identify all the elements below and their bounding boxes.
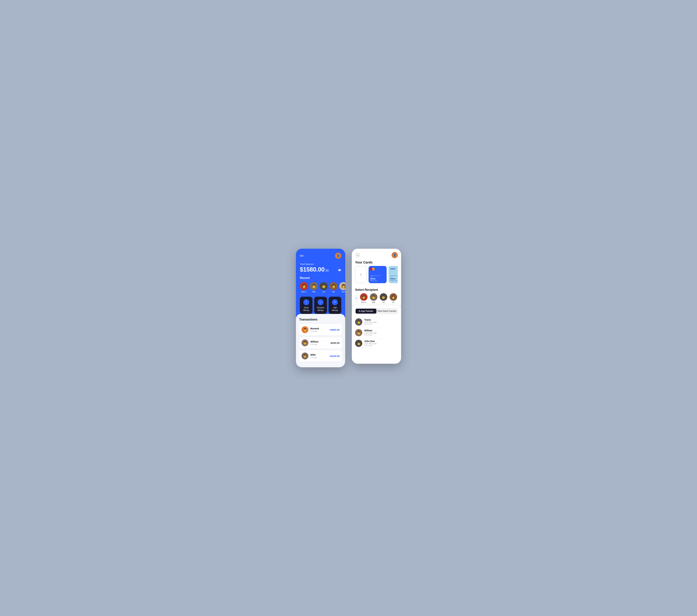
contact-date-william: 04/11/2020 [364,334,395,336]
recent-name-olive: Olive [342,291,345,293]
tab-in-app-transfer[interactable]: In App Transfer [356,309,376,314]
tx-name-wills: Wills [310,354,327,356]
card-number-text-2: 7860 **** **** ** [390,275,398,277]
cards-row: + 7860 **** **** ** Oliva Debit card [355,266,398,286]
contact-name-william: William [364,329,395,332]
tx-avatar-wills: 👨 [301,352,308,359]
recent-contact-joe[interactable]: 👨 Joe [320,282,328,293]
balance-main: $1580.00 [300,266,325,273]
contact-avatar-william: 👨 [355,329,362,336]
transaction-wills[interactable]: 👨 Wills 4 hr ago +$240.00 [299,350,342,362]
left-screen: 👤 Total Balance $1580.00.50 👁 Recent 👩 M… [296,249,345,367]
contact-avatar-johndoe: 👨 [355,340,362,347]
recipient-avatar-kiie: 👩 [389,293,397,301]
recipient-joe[interactable]: 👨 Joe [380,293,387,303]
recent-name-wills: Wills [312,291,315,293]
left-header: 👤 [300,253,341,259]
tx-amount-muneeb: +$600.00 [329,328,340,331]
tx-time-wills: 4 hr ago [310,357,327,358]
send-money-button[interactable]: ↑ SendMoney [300,297,312,314]
tx-info-william: William 4 hr ago [310,340,328,345]
transaction-muneeb[interactable]: 👨 Muneeb 2 hr ago +$600.00 [299,324,342,335]
transaction-william[interactable]: 👨 William 4 hr ago -$200.00 [299,337,342,349]
receive-money-icon: ↓ [317,299,324,305]
tx-name-william: William [310,340,328,343]
recipient-name-kiie: kiie [392,301,395,303]
contact-info-johndoe: John Doe (123) 456 1230 04/11/2020 [364,340,395,347]
contact-phone-travis: (123) 456 1230 [364,321,395,323]
card-number-2: 7860 **** **** ** Oliva Debit card [390,275,398,282]
left-top-section: 👤 Total Balance $1580.00.50 👁 Recent 👩 M… [296,249,345,314]
recent-contact-olive[interactable]: 👩 Olive [339,282,345,293]
recipient-name-mira: Mira S. [361,301,367,303]
card-type-2: Debit card [390,280,398,282]
card-number-text-1: 7860 **** **** ** [370,275,385,277]
screens-container: 👤 Total Balance $1580.00.50 👁 Recent 👩 M… [296,249,401,367]
recipient-mira[interactable]: 👩 Mira S. [360,293,368,303]
left-bottom-section: Transactions 👨 Muneeb 2 hr ago +$600.00 … [296,314,345,367]
transfer-tabs: In App Transfer Other Bank Transfer [355,308,398,314]
card-type-1: Debit card [370,280,385,282]
recent-label: Recent [300,276,341,280]
eye-icon[interactable]: 👁 [338,269,341,272]
contact-date-travis: 04/11/2020 [364,324,395,325]
contact-name-travis: Travis [364,318,395,321]
recent-name-joe: Joe [322,291,325,293]
add-money-button[interactable]: + AddMoney [329,297,341,314]
card-mastercard[interactable]: 7860 **** **** ** Oliva Debit card [369,266,387,283]
recipient-avatar-mira: 👩 [360,293,368,301]
your-cards-title: Your Cards [355,258,398,266]
add-card-button[interactable]: + [355,266,367,283]
card-name-2: Oliva [390,277,398,280]
recipient-avatar-wills: 👨 [370,293,377,301]
right-user-avatar[interactable]: 👤 [391,252,398,258]
select-recipient-title: Select Recipient [355,286,398,293]
send-money-label: SendMoney [303,306,309,312]
receive-money-label: ReceiveMoney [317,306,324,312]
recipient-name-joe: Joe [382,301,385,303]
receive-money-button[interactable]: ↓ ReceiveMoney [314,297,327,314]
contact-travis[interactable]: 👨 Travis (123) 456 1230 04/11/2020 › [355,317,398,327]
contact-william[interactable]: 👨 William (123) 456 1230 04/11/2020 › [355,327,398,338]
recent-contact-mira[interactable]: 👩 Mira S. [300,282,308,293]
visa-logo: VISA [390,268,398,270]
recent-avatar-wills: 👨 [310,282,318,290]
user-avatar[interactable]: 👤 [335,253,341,259]
right-header: ‹ 👤 Your Cards + 7860 **** **** ** Oliva [352,249,401,305]
chevron-icon-william: › [397,331,398,334]
contact-info-william: William (123) 456 1230 04/11/2020 [364,329,395,336]
contact-johndoe[interactable]: 👨 John Doe (123) 456 1230 04/11/2020 › [355,338,398,349]
right-header-row: ‹ 👤 [355,252,398,258]
tx-info-wills: Wills 4 hr ago [310,354,327,358]
tx-name-muneeb: Muneeb [310,327,327,330]
contact-phone-william: (123) 456 1230 [364,332,395,334]
recipients-row: + 👩 Mira S. 👨 Wills 👨 Joe 👩 kiie [355,293,398,305]
add-money-icon: + [332,299,338,305]
add-recipient-button[interactable]: + [355,295,358,302]
recipient-kiie[interactable]: 👩 kiie [389,293,397,303]
chevron-icon-travis: › [397,321,398,323]
recent-avatar-mira: 👩 [300,282,308,290]
contact-info-travis: Travis (123) 456 1230 04/11/2020 [364,318,395,325]
recent-name-mira: Mira S. [301,291,307,293]
recipient-wills[interactable]: 👨 Wills [370,293,377,303]
recent-contact-kiie[interactable]: 👩 Kiie [329,282,338,293]
balance-label: Total Balance [300,263,341,266]
mc-circle-orange [372,268,375,271]
tab-other-bank-transfer[interactable]: Other Bank Transfer [376,309,397,314]
tx-avatar-muneeb: 👨 [301,326,308,333]
tx-avatar-william: 👨 [301,340,308,346]
add-money-label: AddMoney [332,306,338,312]
balance-cents: .50 [325,269,329,272]
send-money-icon: ↑ [303,299,309,305]
back-button[interactable]: ‹ [355,253,360,258]
mastercard-logo [370,268,375,271]
card-visa[interactable]: VISA 7860 **** **** ** Oliva Debit card [389,266,398,283]
contact-date-johndoe: 04/11/2020 [364,345,395,347]
right-screen: ‹ 👤 Your Cards + 7860 **** **** ** Oliva [352,249,401,364]
transactions-label: Transactions [299,318,342,321]
recent-name-kiie: Kiie [332,291,335,293]
menu-icon[interactable] [300,255,303,256]
recent-contact-wills[interactable]: 👨 Wills [310,282,318,293]
card-name-1: Oliva [370,277,385,280]
